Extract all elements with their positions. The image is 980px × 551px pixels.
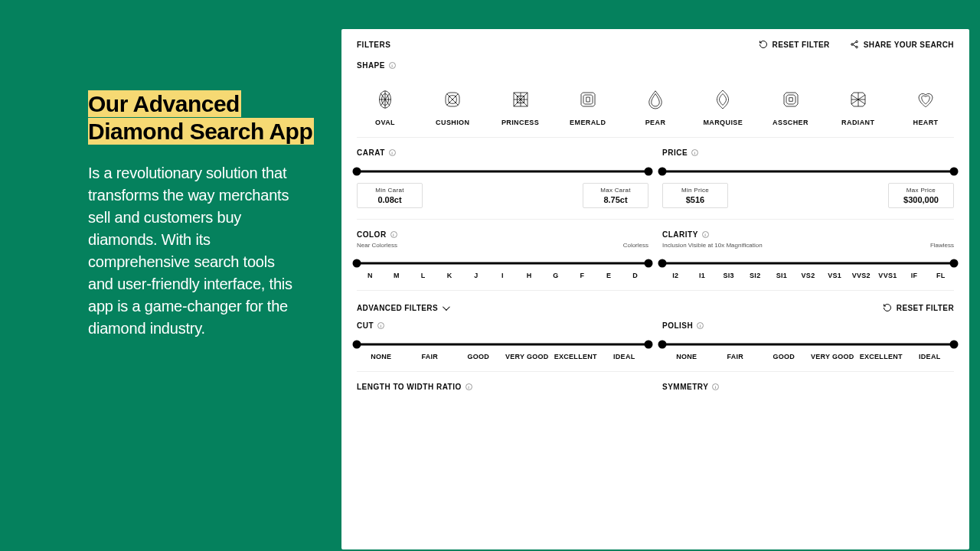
info-icon[interactable]: i [712, 383, 719, 390]
clarity-slider[interactable] [662, 258, 954, 269]
princess-icon [509, 88, 532, 111]
info-icon[interactable]: i [390, 231, 397, 238]
slider-thumb-max-icon[interactable] [645, 259, 653, 268]
color-hint-high: Colorless [623, 242, 648, 249]
clarity-ticks: I2 I1 SI3 SI2 SI1 VS2 VS1 VVS2 VVS1 IF F… [662, 272, 954, 279]
promo-title: Our Advanced Diamond Search App [88, 90, 325, 145]
cut-ticks: NONE FAIR GOOD VERY GOOD EXCELLENT IDEAL [357, 353, 648, 360]
cut-slider[interactable] [357, 339, 648, 350]
polish-title: POLISH [662, 321, 693, 330]
svg-point-0 [855, 41, 858, 43]
shapes-row: OVAL CUSHION PRINCESS EMERALD PEAR [357, 88, 954, 126]
shape-oval[interactable]: OVAL [358, 88, 412, 126]
svg-point-1 [851, 44, 853, 46]
info-icon[interactable]: i [377, 322, 384, 329]
shape-section: SHAPE i OVAL CUSHION PRINCESS EMERALD [341, 55, 969, 126]
pear-icon [644, 88, 667, 111]
promo-title-line1: Our Advanced [88, 90, 241, 117]
radiant-icon [847, 88, 870, 111]
promo-body: Is a revolutionary solution that transfo… [88, 162, 302, 340]
carat-price-row: CARAT i Min Carat 0.08ct Max Carat 8.75c… [341, 138, 969, 208]
slider-thumb-max-icon[interactable] [950, 341, 959, 349]
polish-ticks: NONE FAIR GOOD VERY GOOD EXCELLENT IDEAL [662, 353, 954, 360]
slider-thumb-min-icon[interactable] [658, 259, 667, 268]
oval-icon [374, 88, 397, 111]
promo-title-line2: Diamond Search App [88, 118, 314, 145]
promo-block: Our Advanced Diamond Search App Is a rev… [88, 90, 325, 340]
slider-thumb-max-icon[interactable] [645, 341, 653, 349]
slider-thumb-min-icon[interactable] [658, 341, 667, 349]
reset-filter-label: RESET FILTER [773, 41, 830, 49]
shape-radiant[interactable]: RADIANT [831, 88, 885, 126]
carat-section: CARAT i Min Carat 0.08ct Max Carat 8.75c… [357, 148, 648, 208]
color-clarity-row: COLOR i Near Colorless Colorless N M L K… [341, 220, 969, 279]
max-price-input[interactable]: Max Price $300,000 [888, 183, 954, 208]
min-price-input[interactable]: Min Price $516 [662, 183, 728, 208]
shape-pear[interactable]: PEAR [629, 88, 682, 126]
refresh-icon [759, 40, 768, 49]
asscher-icon [779, 88, 802, 111]
refresh-icon [883, 303, 892, 312]
shape-cushion[interactable]: CUSHION [426, 88, 479, 126]
shape-title: SHAPE i [357, 61, 954, 70]
emerald-icon [577, 88, 599, 111]
reset-filter-button[interactable]: RESET FILTER [759, 40, 830, 49]
advanced-filters-row: ADVANCED FILTERS RESET FILTER [341, 291, 969, 317]
cut-polish-row: CUT i NONE FAIR GOOD VERY GOOD EXCELLENT… [341, 317, 969, 360]
slider-thumb-max-icon[interactable] [950, 168, 959, 176]
svg-rect-9 [789, 98, 792, 102]
polish-slider[interactable] [662, 339, 954, 350]
marquise-icon [711, 88, 734, 111]
svg-point-2 [855, 46, 858, 48]
slider-thumb-min-icon[interactable] [658, 168, 667, 176]
info-icon[interactable]: i [702, 231, 709, 238]
min-carat-input[interactable]: Min Carat 0.08ct [357, 183, 423, 208]
advanced-reset-filter-button[interactable]: RESET FILTER [883, 303, 954, 312]
share-search-button[interactable]: SHARE YOUR SEARCH [850, 40, 954, 49]
color-ticks: N M L K J I H G F E D [357, 272, 648, 279]
shape-emerald[interactable]: EMERALD [561, 88, 615, 126]
clarity-section: CLARITY i Inclusion Visible at 10x Magni… [662, 230, 954, 279]
shape-heart[interactable]: HEART [899, 88, 952, 126]
price-title: PRICE [662, 148, 688, 157]
info-icon[interactable]: i [466, 383, 472, 390]
color-title: COLOR [357, 230, 387, 239]
info-icon[interactable]: i [691, 149, 698, 156]
cut-title: CUT [357, 321, 374, 330]
slider-thumb-max-icon[interactable] [950, 259, 959, 268]
diamond-search-app: FILTERS RESET FILTER SHARE YOUR SEARCH S… [341, 29, 969, 549]
cushion-icon [441, 88, 464, 111]
info-icon[interactable]: i [697, 322, 704, 329]
color-hint-low: Near Colorless [357, 242, 397, 249]
symmetry-title: SYMMETRY [662, 383, 708, 391]
shape-princess[interactable]: PRINCESS [494, 88, 547, 126]
shape-asscher[interactable]: ASSCHER [764, 88, 818, 126]
clarity-hint-low: Inclusion Visible at 10x Magnification [662, 242, 763, 249]
price-slider[interactable] [662, 166, 954, 177]
cut-section: CUT i NONE FAIR GOOD VERY GOOD EXCELLENT… [357, 321, 648, 360]
carat-slider[interactable] [357, 166, 648, 177]
symmetry-section: SYMMETRY i [662, 383, 954, 391]
info-icon[interactable]: i [389, 149, 396, 156]
carat-title: CARAT [357, 148, 385, 157]
lw-symmetry-row: LENGTH TO WIDTH RATIO i SYMMETRY i [341, 372, 969, 391]
app-header: FILTERS RESET FILTER SHARE YOUR SEARCH [341, 29, 969, 55]
slider-thumb-min-icon[interactable] [353, 259, 361, 268]
info-icon[interactable]: i [389, 62, 396, 69]
share-icon [850, 40, 859, 49]
clarity-hint-high: Flawless [930, 242, 954, 249]
slider-thumb-min-icon[interactable] [353, 168, 361, 176]
lw-section: LENGTH TO WIDTH RATIO i [357, 383, 648, 391]
color-section: COLOR i Near Colorless Colorless N M L K… [357, 230, 648, 279]
heart-icon [914, 88, 937, 111]
max-carat-input[interactable]: Max Carat 8.75ct [583, 183, 648, 208]
polish-section: POLISH i NONE FAIR GOOD VERY GOOD EXCELL… [662, 321, 954, 360]
color-slider[interactable] [357, 258, 648, 269]
slider-thumb-min-icon[interactable] [353, 341, 361, 349]
share-search-label: SHARE YOUR SEARCH [864, 41, 954, 49]
lw-title: LENGTH TO WIDTH RATIO [357, 383, 462, 391]
advanced-filters-toggle[interactable]: ADVANCED FILTERS [357, 304, 448, 312]
shape-marquise[interactable]: MARQUISE [696, 88, 750, 126]
slider-thumb-max-icon[interactable] [645, 168, 653, 176]
price-section: PRICE i Min Price $516 Max Price $300,00… [662, 148, 954, 208]
